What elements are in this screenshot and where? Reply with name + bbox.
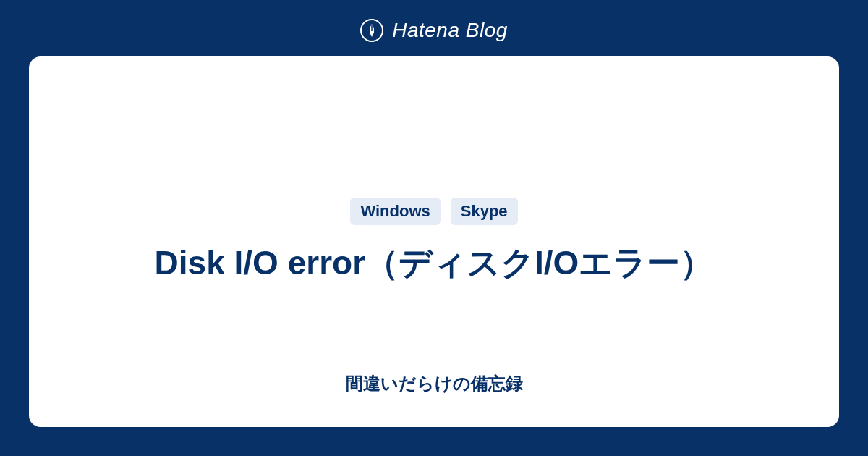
tag-item[interactable]: Windows bbox=[350, 198, 440, 225]
brand-name: Hatena Blog bbox=[392, 19, 508, 42]
tag-item[interactable]: Skype bbox=[451, 198, 518, 225]
article-card: Windows Skype Disk I/O error（ディスクI/Oエラー）… bbox=[29, 56, 839, 427]
blog-name: 間違いだらけの備忘録 bbox=[346, 372, 523, 395]
header: Hatena Blog bbox=[0, 0, 868, 56]
article-title: Disk I/O error（ディスクI/Oエラー） bbox=[155, 240, 714, 286]
tag-list: Windows Skype bbox=[350, 198, 517, 225]
hatena-logo-icon bbox=[360, 19, 383, 42]
